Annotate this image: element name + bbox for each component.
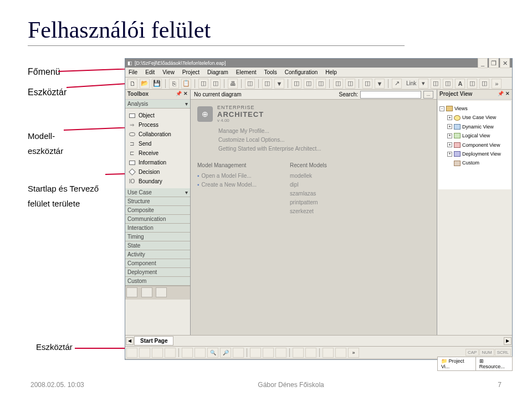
minimize-button[interactable]: _ (478, 58, 488, 68)
resource-tab[interactable]: ⊞ Resource... (475, 357, 513, 371)
toolbox-item[interactable]: Object (125, 111, 190, 120)
toolbox-group[interactable]: Custom (127, 278, 146, 284)
toolbox-bottom-btn[interactable] (141, 287, 152, 297)
pin-icon[interactable]: 📌 ✕ (498, 91, 510, 98)
statusbar-btn[interactable] (233, 348, 244, 358)
tab-start-page[interactable]: Start Page (134, 336, 173, 346)
menu-project[interactable]: Project (182, 69, 200, 75)
statusbar-btn[interactable] (126, 348, 137, 358)
statusbar-btn[interactable] (263, 348, 274, 358)
toolbar-btn[interactable]: ◫ (479, 79, 489, 89)
toolbox-bottom-btn[interactable] (126, 287, 137, 297)
project-tree[interactable]: -Views +Use Case View +Dynamic View +Log… (438, 101, 511, 189)
tab-nav-next[interactable]: ▶ (504, 337, 511, 345)
toolbar-btn[interactable]: ◫ (362, 79, 372, 89)
maximize-button[interactable]: ❐ (489, 58, 499, 68)
toolbar-btn[interactable]: ▼ (274, 79, 284, 89)
toolbar-open-icon[interactable]: 📂 (140, 79, 150, 89)
tab-nav-prev[interactable]: ◀ (126, 337, 134, 345)
toolbar-link-label[interactable]: Link (406, 80, 416, 86)
menu-edit[interactable]: Edit (145, 69, 155, 75)
menu-configuration[interactable]: Configuration (285, 69, 318, 75)
toolbox-item[interactable]: ⇒Process (125, 120, 190, 130)
toolbar-btn[interactable]: ◫ (291, 79, 301, 89)
toolbox-group[interactable]: Use Case (127, 189, 152, 195)
toolbox-item[interactable]: IOBoundary (125, 177, 190, 186)
menu-diagram[interactable]: Diagram (207, 69, 228, 75)
start-link[interactable]: Customize Local Options... (218, 136, 426, 145)
toolbox-item[interactable]: Decision (125, 167, 190, 177)
start-link[interactable]: Manage My Profile... (218, 127, 426, 136)
toolbox-group[interactable]: Composite (127, 207, 154, 213)
recent-model-link[interactable]: dipl (290, 181, 327, 189)
project-view-tab[interactable]: 📁 Project Vi... (437, 357, 476, 371)
statusbar-btn[interactable] (305, 348, 316, 358)
toolbar-new-icon[interactable]: 🗋 (127, 79, 137, 89)
toolbox-group[interactable]: Communication (127, 216, 166, 222)
statusbar-btn[interactable] (152, 348, 163, 358)
toolbar-btn[interactable]: ↗ (392, 79, 402, 89)
toolbar-btn[interactable]: ◫ (245, 79, 255, 89)
toolbox-group[interactable]: Interaction (127, 225, 154, 231)
statusbar-btn[interactable] (139, 348, 150, 358)
toolbar-paste-icon[interactable]: 📋 (181, 79, 191, 89)
recent-model-link[interactable]: printpattern (290, 198, 327, 207)
toolbox-item[interactable]: Information (125, 158, 190, 167)
toolbar-btn[interactable]: ◫ (443, 79, 453, 89)
recent-model-link[interactable]: modellek (290, 172, 327, 181)
toolbar-btn[interactable]: ◫ (211, 79, 221, 89)
toolbox-item[interactable]: ⊏Receive (125, 148, 190, 158)
chevron-down-icon[interactable]: ▾ (185, 189, 188, 195)
pin-icon[interactable]: 📌 ✕ (176, 91, 188, 98)
toolbox-group[interactable]: Timing (127, 234, 144, 240)
toolbox-group[interactable]: Deployment (127, 269, 157, 275)
toolbar-btn[interactable]: ▼ (375, 79, 385, 89)
zoom-in-icon[interactable]: 🔎 (220, 348, 231, 358)
statusbar-more-icon[interactable]: » (348, 348, 359, 358)
statusbar-btn[interactable] (293, 348, 304, 358)
menu-help[interactable]: Help (325, 69, 337, 75)
recent-model-link[interactable]: szamlazas (290, 189, 327, 198)
toolbar-btn[interactable]: ◫ (198, 79, 208, 89)
toolbar-save-icon[interactable]: 💾 (152, 79, 162, 89)
statusbar-btn[interactable] (195, 348, 206, 358)
toolbox-bottom-btn[interactable] (156, 287, 167, 297)
model-mgmt-link[interactable]: ▪Open a Model File... (197, 172, 257, 181)
statusbar-btn[interactable] (275, 348, 287, 358)
statusbar-btn[interactable] (335, 348, 346, 358)
toolbar-copy-icon[interactable]: ⎘ (169, 79, 179, 89)
toolbar-btn[interactable]: ◫ (431, 79, 441, 89)
toolbar-bold-icon[interactable]: A (455, 79, 465, 89)
toolbox-group[interactable]: Component (127, 260, 156, 266)
menu-file[interactable]: File (129, 69, 137, 75)
toolbar-btn[interactable]: ◫ (345, 79, 355, 89)
toolbar-btn[interactable]: ◫ (262, 79, 272, 89)
model-mgmt-link[interactable]: ▪Create a New Model... (197, 181, 257, 189)
statusbar-btn[interactable] (323, 348, 334, 358)
toolbar-more-icon[interactable]: » (492, 79, 502, 89)
toolbox-group[interactable]: Activity (127, 251, 145, 257)
zoom-out-icon[interactable]: 🔍 (207, 348, 218, 358)
statusbar-btn[interactable] (165, 348, 176, 358)
toolbar-btn[interactable]: ◫ (467, 79, 477, 89)
toolbar-btn[interactable]: ◫ (304, 79, 314, 89)
toolbar-btn[interactable]: ▾ (418, 79, 428, 89)
start-link[interactable]: Getting Started with Enterprise Architec… (218, 145, 426, 153)
toolbox-category[interactable]: Analysis (127, 101, 148, 107)
toolbar-btn[interactable]: ◫ (316, 79, 326, 89)
toolbox-group[interactable]: State (127, 243, 140, 249)
menu-tools[interactable]: Tools (264, 69, 277, 75)
recent-model-link[interactable]: szerkezet (290, 207, 327, 216)
close-button[interactable]: ✕ (500, 58, 510, 68)
menu-view[interactable]: View (162, 69, 175, 75)
search-input[interactable] (360, 91, 421, 99)
toolbar-btn[interactable]: ◫ (333, 79, 343, 89)
search-browse-button[interactable]: ... (423, 91, 433, 99)
toolbox-item[interactable]: ⊐Send (125, 139, 190, 148)
toolbar-print-icon[interactable]: 🖶 (228, 79, 238, 89)
toolbox-group[interactable]: Structure (127, 198, 150, 204)
toolbox-item[interactable]: Collaboration (125, 130, 190, 139)
statusbar-btn[interactable] (182, 348, 193, 358)
menu-element[interactable]: Element (236, 69, 257, 75)
statusbar-btn[interactable] (250, 348, 261, 358)
